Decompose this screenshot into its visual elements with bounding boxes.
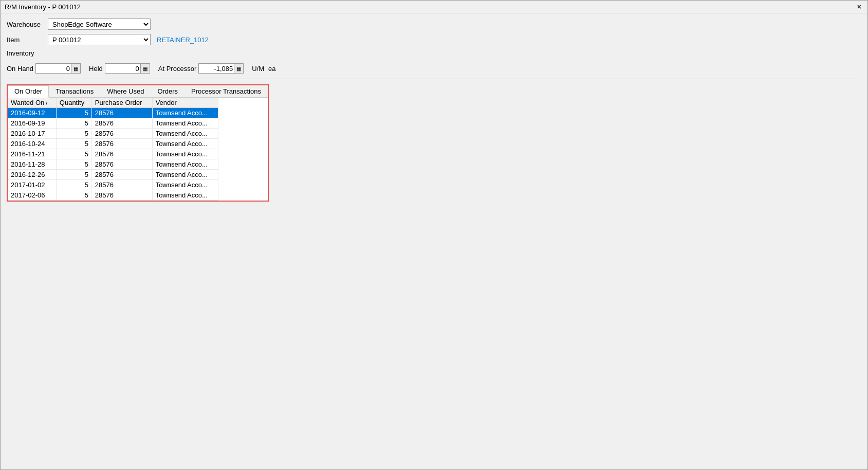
at-processor-input[interactable] bbox=[198, 63, 234, 74]
at-processor-field: At Processor ▦ bbox=[158, 63, 244, 74]
inventory-row: On Hand ▦ Held ▦ At Processor ▦ bbox=[7, 63, 861, 74]
cell-quantity: 5 bbox=[56, 149, 91, 159]
item-name: RETAINER_1012 bbox=[157, 36, 209, 44]
tab-where-used[interactable]: Where Used bbox=[100, 85, 151, 97]
content-area: Warehouse ShopEdge Software Item P 00101… bbox=[1, 13, 867, 207]
cell-wanted-on: 2016-10-17 bbox=[8, 129, 56, 139]
cell-vendor: Townsend Acco... bbox=[152, 118, 218, 129]
held-input[interactable] bbox=[105, 63, 141, 74]
cell-purchase-order: 28576 bbox=[91, 118, 152, 129]
cell-vendor: Townsend Acco... bbox=[152, 180, 218, 190]
table-row[interactable]: 2016-11-21528576Townsend Acco... bbox=[8, 149, 218, 159]
on-order-table: Wanted On Quantity Purchase Order Vendor… bbox=[8, 98, 218, 201]
col-wanted-on[interactable]: Wanted On bbox=[8, 98, 56, 108]
cell-quantity: 5 bbox=[56, 170, 91, 180]
on-hand-input[interactable] bbox=[35, 63, 71, 74]
col-vendor[interactable]: Vendor bbox=[152, 98, 218, 108]
cell-vendor: Townsend Acco... bbox=[152, 159, 218, 170]
cell-wanted-on: 2017-02-06 bbox=[8, 190, 56, 201]
cell-wanted-on: 2017-01-02 bbox=[8, 180, 56, 190]
cell-vendor: Townsend Acco... bbox=[152, 108, 218, 118]
table-row[interactable]: 2016-10-24528576Townsend Acco... bbox=[8, 139, 218, 149]
cell-purchase-order: 28576 bbox=[91, 129, 152, 139]
tab-on-order[interactable]: On Order bbox=[8, 85, 49, 98]
cell-purchase-order: 28576 bbox=[91, 149, 152, 159]
held-label: Held bbox=[89, 65, 103, 73]
table-row[interactable]: 2016-09-19528576Townsend Acco... bbox=[8, 118, 218, 129]
cell-wanted-on: 2016-11-28 bbox=[8, 159, 56, 170]
close-button[interactable]: × bbox=[855, 3, 863, 11]
cell-quantity: 5 bbox=[56, 180, 91, 190]
tab-transactions[interactable]: Transactions bbox=[49, 85, 100, 97]
held-btn[interactable]: ▦ bbox=[141, 63, 150, 74]
cell-vendor: Townsend Acco... bbox=[152, 149, 218, 159]
table-row[interactable]: 2016-09-12528576Townsend Acco... bbox=[8, 108, 218, 118]
tabs-header: On Order Transactions Where Used Orders … bbox=[8, 85, 268, 98]
cell-quantity: 5 bbox=[56, 139, 91, 149]
on-hand-label: On Hand bbox=[7, 65, 33, 73]
warehouse-label: Warehouse bbox=[7, 21, 48, 28]
warehouse-row: Warehouse ShopEdge Software bbox=[7, 19, 861, 30]
divider bbox=[7, 79, 861, 79]
table-row[interactable]: 2016-11-28528576Townsend Acco... bbox=[8, 159, 218, 170]
cell-quantity: 5 bbox=[56, 129, 91, 139]
cell-purchase-order: 28576 bbox=[91, 108, 152, 118]
uom-value: ea bbox=[268, 65, 275, 73]
tab-content: Wanted On Quantity Purchase Order Vendor… bbox=[8, 98, 268, 201]
cell-purchase-order: 28576 bbox=[91, 159, 152, 170]
col-purchase-order[interactable]: Purchase Order bbox=[91, 98, 152, 108]
cell-vendor: Townsend Acco... bbox=[152, 170, 218, 180]
table-row[interactable]: 2016-12-26528576Townsend Acco... bbox=[8, 170, 218, 180]
table-body: 2016-09-12528576Townsend Acco...2016-09-… bbox=[8, 108, 218, 201]
table-header-row: Wanted On Quantity Purchase Order Vendor bbox=[8, 98, 218, 108]
cell-purchase-order: 28576 bbox=[91, 170, 152, 180]
cell-vendor: Townsend Acco... bbox=[152, 129, 218, 139]
tab-orders[interactable]: Orders bbox=[151, 85, 184, 97]
cell-purchase-order: 28576 bbox=[91, 190, 152, 201]
table-row[interactable]: 2017-02-06528576Townsend Acco... bbox=[8, 190, 218, 201]
window-title: R/M Inventory - P 001012 bbox=[5, 3, 81, 11]
cell-wanted-on: 2016-09-12 bbox=[8, 108, 56, 118]
item-label: Item bbox=[7, 36, 48, 44]
cell-quantity: 5 bbox=[56, 190, 91, 201]
cell-wanted-on: 2016-09-19 bbox=[8, 118, 56, 129]
held-field: Held ▦ bbox=[89, 63, 150, 74]
inventory-label: Inventory bbox=[7, 49, 34, 57]
warehouse-select[interactable]: ShopEdge Software bbox=[48, 19, 151, 30]
at-processor-btn[interactable]: ▦ bbox=[234, 63, 244, 74]
at-processor-input-wrap: ▦ bbox=[198, 63, 244, 74]
on-hand-btn[interactable]: ▦ bbox=[71, 63, 81, 74]
tab-processor-transactions[interactable]: Processor Transactions bbox=[184, 85, 268, 97]
held-input-wrap: ▦ bbox=[105, 63, 150, 74]
cell-vendor: Townsend Acco... bbox=[152, 139, 218, 149]
tabs-container: On Order Transactions Where Used Orders … bbox=[7, 84, 269, 202]
table-row[interactable]: 2016-10-17528576Townsend Acco... bbox=[8, 129, 218, 139]
uom-field: U/M ea bbox=[252, 65, 275, 73]
cell-purchase-order: 28576 bbox=[91, 180, 152, 190]
cell-wanted-on: 2016-11-21 bbox=[8, 149, 56, 159]
cell-quantity: 5 bbox=[56, 108, 91, 118]
table-row[interactable]: 2017-01-02528576Townsend Acco... bbox=[8, 180, 218, 190]
on-hand-field: On Hand ▦ bbox=[7, 63, 81, 74]
at-processor-label: At Processor bbox=[158, 65, 196, 73]
col-quantity[interactable]: Quantity bbox=[56, 98, 91, 108]
cell-quantity: 5 bbox=[56, 118, 91, 129]
item-row: Item P 001012 RETAINER_1012 bbox=[7, 34, 861, 45]
item-select[interactable]: P 001012 bbox=[48, 34, 151, 45]
cell-wanted-on: 2016-12-26 bbox=[8, 170, 56, 180]
inventory-section-label-row: Inventory bbox=[7, 49, 861, 59]
cell-vendor: Townsend Acco... bbox=[152, 190, 218, 201]
title-bar: R/M Inventory - P 001012 × bbox=[1, 1, 867, 13]
cell-quantity: 5 bbox=[56, 159, 91, 170]
cell-wanted-on: 2016-10-24 bbox=[8, 139, 56, 149]
cell-purchase-order: 28576 bbox=[91, 139, 152, 149]
on-hand-input-wrap: ▦ bbox=[35, 63, 81, 74]
main-window: R/M Inventory - P 001012 × Warehouse Sho… bbox=[0, 0, 868, 470]
uom-label: U/M bbox=[252, 65, 264, 73]
